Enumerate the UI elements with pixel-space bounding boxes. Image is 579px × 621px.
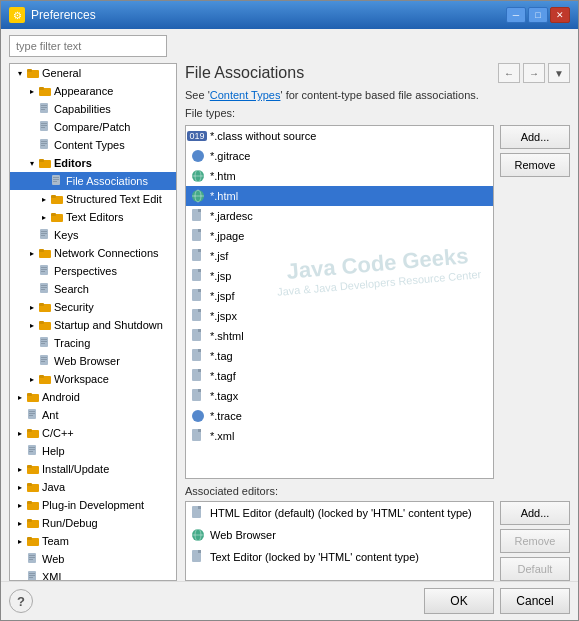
tree-item-appearance[interactable]: ▸Appearance [10,82,176,100]
file-type-item[interactable]: *.html [186,186,493,206]
tree-item-help[interactable]: Help [10,442,176,460]
tree-label-web-browser: Web Browser [54,355,120,367]
help-button[interactable]: ? [9,589,33,613]
file-type-icon [190,268,206,284]
tree-item-plugin[interactable]: ▸Plug-in Development [10,496,176,514]
cancel-button[interactable]: Cancel [500,588,570,614]
svg-rect-28 [41,233,47,234]
tree-label-network: Network Connections [54,247,159,259]
tree-item-search[interactable]: Search [10,280,176,298]
tree-item-tracing[interactable]: Tracing [10,334,176,352]
svg-rect-15 [41,145,45,146]
tree-icon-java [26,480,40,494]
svg-marker-92 [198,209,201,212]
remove-file-type-button[interactable]: Remove [500,153,570,177]
file-type-icon: 019 [190,128,206,144]
file-type-label: *.jsp [210,270,231,282]
nav-dropdown-button[interactable]: ▼ [548,63,570,83]
file-type-item[interactable]: *.tag [186,346,493,366]
remove-editor-button[interactable]: Remove [500,529,570,553]
tree-item-security[interactable]: ▸Security [10,298,176,316]
file-type-item[interactable]: *.gitrace [186,146,493,166]
svg-marker-100 [198,289,201,292]
assoc-editor-item[interactable]: HTML Editor (default) (locked by 'HTML' … [186,502,493,524]
file-type-icon [190,428,206,444]
ok-button[interactable]: OK [424,588,494,614]
file-type-item[interactable]: *.trace [186,406,493,426]
tree-item-file-assoc[interactable]: File Associations [10,172,176,190]
svg-rect-3 [39,87,44,90]
assoc-editor-item[interactable]: Web Browser [186,524,493,546]
svg-rect-31 [39,249,44,252]
content-types-link[interactable]: Content Types [210,89,281,101]
assoc-editor-label: Text Editor (locked by 'HTML' content ty… [210,551,419,563]
file-type-label: *.jpage [210,230,244,242]
tree-icon-workspace [38,372,52,386]
file-type-item[interactable]: *.jspf [186,286,493,306]
tree-label-run-debug: Run/Debug [42,517,98,529]
tree-item-install[interactable]: ▸Install/Update [10,460,176,478]
minimize-button[interactable]: ─ [506,7,526,23]
tree-item-struct-text[interactable]: ▸Structured Text Edit [10,190,176,208]
filter-input[interactable] [9,35,167,57]
tree-item-perspectives[interactable]: Perspectives [10,262,176,280]
tree-item-general[interactable]: ▾General [10,64,176,82]
tree-item-content-types[interactable]: Content Types [10,136,176,154]
file-type-item[interactable]: 019*.class without source [186,126,493,146]
file-type-item[interactable]: *.jsf [186,246,493,266]
tree-item-web[interactable]: Web [10,550,176,568]
tree-item-capabilities[interactable]: Capabilities [10,100,176,118]
tree-item-network[interactable]: ▸Network Connections [10,244,176,262]
file-type-item[interactable]: *.jpage [186,226,493,246]
svg-marker-113 [198,429,201,432]
svg-rect-20 [53,179,59,180]
file-type-item[interactable]: *.tagf [186,366,493,386]
file-types-list[interactable]: 019*.class without source*.gitrace*.htm*… [185,125,494,479]
tree-item-editors[interactable]: ▾Editors [10,154,176,172]
svg-rect-21 [53,181,57,182]
tree-arrow-appearance: ▸ [26,85,38,97]
tree-arrow-editors: ▾ [26,157,38,169]
tree-item-compare[interactable]: Compare/Patch [10,118,176,136]
tree-item-web-browser[interactable]: Web Browser [10,352,176,370]
svg-rect-29 [41,235,45,236]
tree-item-team[interactable]: ▸Team [10,532,176,550]
svg-rect-13 [41,141,47,142]
svg-rect-63 [29,447,35,448]
tree-icon-security [38,300,52,314]
tree-arrow-help [14,445,26,457]
associated-editors-list[interactable]: HTML Editor (default) (locked by 'HTML' … [185,501,494,581]
default-editor-button[interactable]: Default [500,557,570,581]
maximize-button[interactable]: □ [528,7,548,23]
tree-item-keys[interactable]: Keys [10,226,176,244]
tree-item-cpp[interactable]: ▸C/C++ [10,424,176,442]
file-type-item[interactable]: *.xml [186,426,493,446]
tree-item-text-editors[interactable]: ▸Text Editors [10,208,176,226]
file-type-item[interactable]: *.jsp [186,266,493,286]
tree-icon-search [38,282,52,296]
tree-arrow-run-debug: ▸ [14,517,26,529]
add-editor-button[interactable]: Add... [500,501,570,525]
tree-label-startup: Startup and Shutdown [54,319,163,331]
tree-item-android[interactable]: ▸Android [10,388,176,406]
file-type-item[interactable]: *.jardesc [186,206,493,226]
tree-item-startup[interactable]: ▸Startup and Shutdown [10,316,176,334]
tree-item-xml[interactable]: XML [10,568,176,581]
add-file-type-button[interactable]: Add... [500,125,570,149]
tree-item-ant[interactable]: Ant [10,406,176,424]
file-type-item[interactable]: *.shtml [186,326,493,346]
tree-item-workspace[interactable]: ▸Workspace [10,370,176,388]
nav-back-button[interactable]: ← [498,63,520,83]
tree-label-workspace: Workspace [54,373,109,385]
assoc-editor-item[interactable]: Text Editor (locked by 'HTML' content ty… [186,546,493,568]
svg-rect-38 [41,287,47,288]
svg-rect-64 [29,449,35,450]
file-type-item[interactable]: *.tagx [186,386,493,406]
file-type-item[interactable]: *.htm [186,166,493,186]
file-type-item[interactable]: *.jspx [186,306,493,326]
tree-item-run-debug[interactable]: ▸Run/Debug [10,514,176,532]
tree-item-java[interactable]: ▸Java [10,478,176,496]
close-button[interactable]: ✕ [550,7,570,23]
nav-forward-button[interactable]: → [523,63,545,83]
tree-icon-keys [38,228,52,242]
